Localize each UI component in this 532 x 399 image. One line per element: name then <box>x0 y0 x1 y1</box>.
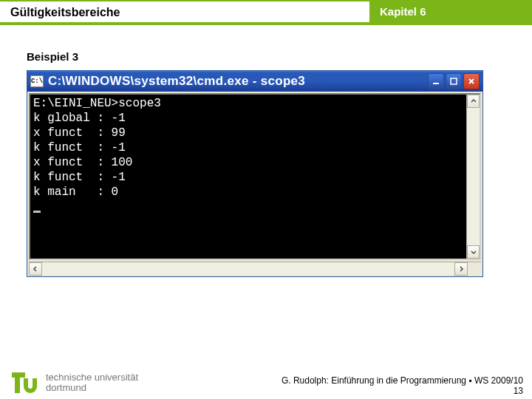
cmd-window: C:\ C:\WINDOWS\system32\cmd.exe - scope3… <box>27 70 483 277</box>
window-control-buttons <box>428 73 480 89</box>
horizontal-scroll-track[interactable] <box>42 262 454 275</box>
minimize-icon <box>432 77 440 86</box>
tu-logo-mark <box>12 369 38 396</box>
scroll-down-button[interactable] <box>467 245 480 259</box>
slide-footer: technische universität dortmund G. Rudol… <box>0 350 532 399</box>
close-icon <box>467 77 476 86</box>
logo-line-2: dortmund <box>46 383 138 393</box>
chevron-left-icon <box>33 266 38 272</box>
svg-rect-1 <box>451 78 457 84</box>
chevron-up-icon <box>471 98 477 104</box>
cmd-icon: C:\ <box>30 75 44 87</box>
vertical-scrollbar[interactable] <box>466 95 480 259</box>
window-title: C:\WINDOWS\system32\cmd.exe - scope3 <box>48 74 423 89</box>
tu-dortmund-logo: technische universität dortmund <box>12 369 282 396</box>
minimize-button[interactable] <box>428 73 444 89</box>
slide-header: Gültigkeitsbereiche Kapitel 6 <box>0 0 532 25</box>
close-button[interactable] <box>463 73 480 89</box>
tu-logo-text: technische universität dortmund <box>46 372 138 393</box>
example-label: Beispiel 3 <box>27 50 505 63</box>
credit-line: G. Rudolph: Einführung in die Programmie… <box>282 375 523 386</box>
console-area: E:\EINI_NEU>scope3 k global : -1 x funct… <box>29 93 481 260</box>
scroll-up-button[interactable] <box>467 95 480 108</box>
chevron-right-icon <box>458 266 464 272</box>
maximize-icon <box>449 77 458 86</box>
header-title-left: Gültigkeitsbereiche <box>0 0 369 22</box>
scroll-right-button[interactable] <box>454 262 468 276</box>
console-output: E:\EINI_NEU>scope3 k global : -1 x funct… <box>30 95 466 259</box>
console-cursor <box>33 211 41 213</box>
scroll-left-button[interactable] <box>29 262 42 276</box>
chevron-down-icon <box>471 249 477 255</box>
maximize-button[interactable] <box>446 73 462 89</box>
horizontal-scrollbar[interactable] <box>29 262 481 275</box>
page-number: 13 <box>282 386 523 396</box>
logo-line-1: technische universität <box>46 372 138 383</box>
slide-content: Beispiel 3 C:\ C:\WINDOWS\system32\cmd.e… <box>0 25 532 283</box>
svg-rect-0 <box>433 83 439 84</box>
footer-credits: G. Rudolph: Einführung in die Programmie… <box>282 375 523 396</box>
window-titlebar: C:\ C:\WINDOWS\system32\cmd.exe - scope3 <box>27 71 482 92</box>
vertical-scroll-track[interactable] <box>467 108 480 245</box>
header-title-right: Kapitel 6 <box>369 0 532 22</box>
scroll-corner <box>468 262 481 276</box>
